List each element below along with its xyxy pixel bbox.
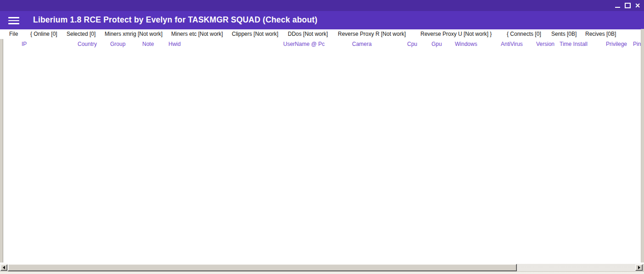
scrollbar-right-button[interactable] xyxy=(635,264,643,271)
column-header[interactable]: IP xyxy=(22,39,27,50)
hamburger-icon xyxy=(8,23,19,24)
column-header[interactable]: Cpu xyxy=(407,39,417,50)
horizontal-scrollbar xyxy=(0,264,644,271)
menu-item[interactable]: Reverse Proxy U [Not work] } xyxy=(420,29,492,39)
hamburger-icon xyxy=(8,20,19,22)
menu-item[interactable]: { Online [0] xyxy=(30,29,57,39)
column-header[interactable]: AntiVirus xyxy=(501,39,523,50)
hamburger-icon xyxy=(8,17,19,18)
app-window: ✕ Liberium 1.8 RCE Protect by Evelyn for… xyxy=(0,0,644,274)
minimize-button[interactable] xyxy=(612,0,622,11)
menu-item[interactable]: Sents [0B] xyxy=(551,29,577,39)
menu-item[interactable]: Reverse Proxy R [Not work] xyxy=(338,29,406,39)
right-edge-strip xyxy=(641,29,644,263)
left-edge-strip xyxy=(0,39,3,263)
menu-item[interactable]: DDos [Not work] xyxy=(288,29,328,39)
column-header[interactable]: Camera xyxy=(352,39,372,50)
column-header[interactable]: Windows xyxy=(455,39,477,50)
column-header[interactable]: Group xyxy=(110,39,125,50)
column-header[interactable]: Privilege xyxy=(606,39,627,50)
menu-item[interactable]: Miners etc [Not work] xyxy=(171,29,223,39)
column-header[interactable]: Time Install xyxy=(560,39,588,50)
menu-bar: File{ Online [0]Selected [0]Miners xmrig… xyxy=(0,29,641,39)
close-button[interactable]: ✕ xyxy=(633,0,643,11)
menu-item[interactable]: Clippers [Not work] xyxy=(232,29,278,39)
listview-column-headers: IPCountryGroupNoteHwidUserName @ PcCamer… xyxy=(0,39,641,50)
bottom-window-band xyxy=(0,271,644,274)
menu-item[interactable]: Recives [0B] xyxy=(585,29,616,39)
scrollbar-left-button[interactable] xyxy=(0,264,7,271)
column-header[interactable]: Version xyxy=(536,39,554,50)
scrollbar-thumb[interactable] xyxy=(8,264,517,271)
column-header[interactable]: Country xyxy=(78,39,97,50)
titlebar-top-strip xyxy=(0,0,644,11)
column-header[interactable]: Note xyxy=(142,39,154,50)
column-header[interactable]: Gpu xyxy=(431,39,442,50)
menu-item[interactable]: File xyxy=(9,29,18,39)
menu-item[interactable]: { Connects [0] xyxy=(507,29,541,39)
menu-item[interactable]: Miners xmrig [Not work] xyxy=(105,29,162,39)
triangle-right-icon xyxy=(638,266,640,269)
maximize-button[interactable] xyxy=(622,0,633,11)
triangle-left-icon xyxy=(3,266,5,269)
menu-item[interactable]: Selected [0] xyxy=(67,29,95,39)
hamburger-menu-button[interactable] xyxy=(8,17,19,24)
close-icon: ✕ xyxy=(635,2,640,9)
client-list-area xyxy=(4,50,641,264)
window-title: Liberium 1.8 RCE Protect by Evelyn for T… xyxy=(33,11,318,29)
column-header[interactable]: Hwid xyxy=(168,39,181,50)
minimize-icon xyxy=(615,7,620,8)
column-header[interactable]: UserName @ Pc xyxy=(283,39,325,50)
maximize-icon xyxy=(625,3,631,8)
